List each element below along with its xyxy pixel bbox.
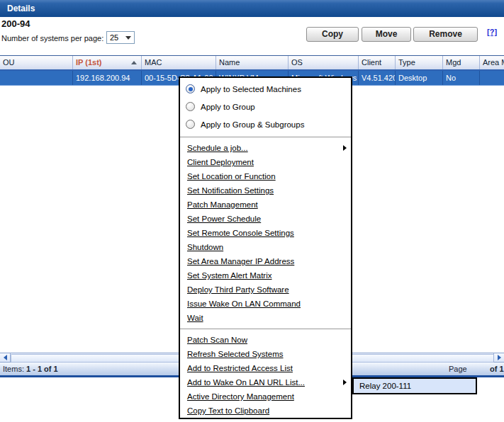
menu-item-add-to-restricted-access-list[interactable]: Add to Restricted Access List <box>180 361 351 375</box>
details-window: Details 200-94 Number of systems per pag… <box>0 0 504 422</box>
per-page-label: Number of systems per page: <box>1 34 103 42</box>
arrow-right-icon <box>498 355 501 360</box>
copy-button[interactable]: Copy <box>306 27 359 42</box>
sort-ascending-icon <box>131 61 137 64</box>
cell-ou <box>0 71 73 85</box>
column-header-ip[interactable]: IP (1st) <box>73 56 142 69</box>
menu-item-patch-management[interactable]: Patch Management <box>180 198 351 212</box>
chevron-down-icon <box>125 36 131 40</box>
menu-item-schedule-a-job[interactable]: Schedule a job... <box>180 141 351 155</box>
submenu-arrow-icon <box>343 380 347 385</box>
radio-selected-icon <box>186 84 195 93</box>
submenu-arrow-icon <box>343 145 347 151</box>
items-label: Items: <box>3 365 24 373</box>
page-total: of 1 <box>490 365 504 373</box>
column-header-area-manager[interactable]: Area M <box>480 56 504 69</box>
page-title: Details <box>7 4 35 13</box>
column-header-mac[interactable]: MAC <box>142 56 216 69</box>
page-label: Page <box>449 365 467 373</box>
menu-item-client-deployment[interactable]: Client Deployment <box>180 155 351 169</box>
items-count: Items: 1 - 1 of 1 <box>3 365 58 373</box>
window-title-bar: Details <box>0 0 504 17</box>
column-header-client[interactable]: Client <box>359 56 396 69</box>
scroll-left-button[interactable] <box>0 353 11 362</box>
menu-item-set-remote-console-settings[interactable]: Set Remote Console Settings <box>180 226 351 240</box>
help-link[interactable]: [?] <box>487 28 497 36</box>
menu-item-set-power-schedule[interactable]: Set Power Schedule <box>180 212 351 226</box>
table-header-row: OU IP (1st) MAC Name OS Client Type Mgd … <box>0 55 504 71</box>
menu-item-set-location-or-function[interactable]: Set Location or Function <box>180 169 351 183</box>
radio-unselected-icon <box>186 102 195 111</box>
group-name-heading: 200-94 <box>1 18 30 29</box>
menu-item-wait[interactable]: Wait <box>180 311 351 325</box>
menu-item-set-system-alert-matrix[interactable]: Set System Alert Matrix <box>180 268 351 283</box>
radio-apply-to-group[interactable]: Apply to Group <box>180 98 351 115</box>
cell-client: V4.51.420.. <box>359 71 396 85</box>
radio-apply-selected-machines[interactable]: Apply to Selected Machines <box>180 80 351 98</box>
move-button[interactable]: Move <box>362 27 411 42</box>
cell-mgd: No <box>443 71 480 85</box>
menu-item-issue-wake-on-lan-command[interactable]: Issue Wake On LAN Command <box>180 297 351 311</box>
column-header-mgd[interactable]: Mgd <box>443 56 480 69</box>
context-menu: Apply to Selected Machines Apply to Grou… <box>179 76 352 419</box>
menu-item-deploy-third-party-software[interactable]: Deploy Third Party Software <box>180 283 351 297</box>
column-header-type[interactable]: Type <box>396 56 443 69</box>
per-page-select[interactable]: 25 <box>106 31 135 44</box>
column-header-name[interactable]: Name <box>216 56 289 69</box>
menu-separator <box>180 137 351 137</box>
menu-item-add-to-wake-on-lan-url-list[interactable]: Add to Wake On LAN URL List... <box>180 375 351 389</box>
radio-unselected-icon <box>186 120 195 129</box>
cell-area-manager <box>480 71 504 85</box>
menu-separator <box>180 329 351 329</box>
submenu-item-relay[interactable]: Relay 200-111 <box>352 377 477 394</box>
per-page-value: 25 <box>110 33 118 42</box>
menu-item-active-directory-management[interactable]: Active Directory Management <box>180 389 351 404</box>
scroll-right-button[interactable] <box>493 353 504 362</box>
menu-item-shutdown[interactable]: Shutdown <box>180 240 351 254</box>
column-header-os[interactable]: OS <box>289 56 359 69</box>
remove-button[interactable]: Remove <box>413 27 478 42</box>
cell-ip: 192.168.200.94 <box>73 71 142 85</box>
arrow-left-icon <box>4 355 7 360</box>
items-range: 1 - 1 of 1 <box>26 365 58 373</box>
menu-item-refresh-selected-systems[interactable]: Refresh Selected Systems <box>180 347 351 361</box>
radio-apply-to-group-subgroups[interactable]: Apply to Group & Subgroups <box>180 115 351 133</box>
menu-item-set-area-manager-ip-address[interactable]: Set Area Manager IP Address <box>180 254 351 268</box>
menu-item-patch-scan-now[interactable]: Patch Scan Now <box>180 333 351 347</box>
column-header-ou[interactable]: OU <box>0 56 73 69</box>
menu-item-set-notification-settings[interactable]: Set Notification Settings <box>180 183 351 198</box>
cell-type: Desktop <box>396 71 443 85</box>
menu-item-copy-text-to-clipboard[interactable]: Copy Text to Clipboard <box>180 404 351 418</box>
